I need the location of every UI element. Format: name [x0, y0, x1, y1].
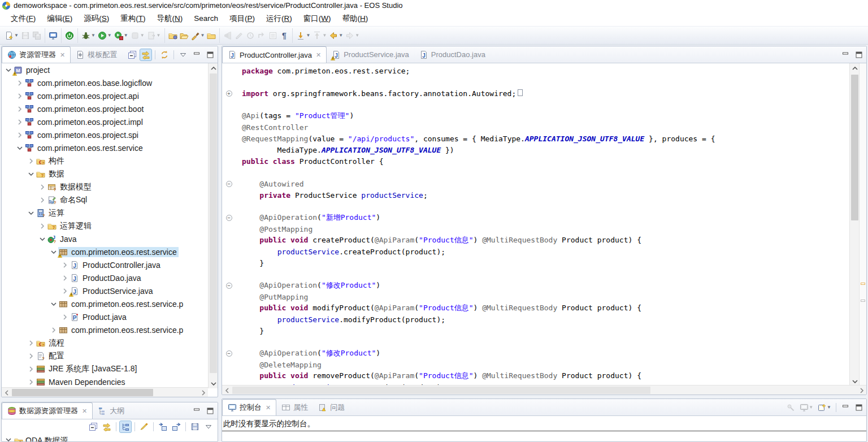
remote-console-button[interactable] — [47, 30, 59, 41]
tree-item[interactable]: JProductService.java — [2, 284, 218, 297]
chevron-down-icon[interactable] — [15, 144, 24, 153]
tree-item[interactable]: JProductDao.java — [2, 271, 218, 284]
dropdown-arrow-icon[interactable]: ▼ — [157, 33, 161, 38]
fold-collapse-icon[interactable]: − — [226, 215, 232, 221]
chevron-right-icon[interactable] — [38, 222, 47, 231]
menu-Search[interactable]: Search — [188, 12, 224, 24]
refresh-button[interactable] — [159, 49, 170, 60]
explorer-tab-模板配置[interactable]: 模板配置 — [71, 46, 122, 63]
chevron-right-icon[interactable] — [15, 79, 24, 88]
fold-marker[interactable]: − — [222, 215, 236, 221]
dropdown-arrow-icon[interactable]: ▼ — [809, 405, 813, 410]
tree-mode-button[interactable] — [120, 421, 131, 432]
dropdown-arrow-icon[interactable]: ▼ — [306, 33, 310, 38]
tree-item[interactable]: com.primeton.eos.rest.service — [2, 245, 218, 258]
maximize-button[interactable] — [205, 49, 216, 60]
editor-tab-ProductService.java[interactable]: JProductService.java — [327, 46, 414, 63]
fold-marker[interactable]: − — [222, 283, 236, 289]
tree-item[interactable]: Sµ?命名Sql — [2, 193, 218, 206]
fold-collapse-icon[interactable]: − — [226, 181, 232, 187]
tree-item[interactable]: €?构件 — [2, 154, 218, 167]
scroll-right-button[interactable] — [198, 388, 208, 397]
close-icon[interactable]: ✕ — [316, 51, 321, 59]
tree-item[interactable]: com.primeton.eos.project.spi — [2, 128, 218, 141]
tree-item[interactable]: €?流程 — [2, 336, 218, 349]
scrollbar-thumb[interactable] — [232, 387, 650, 394]
chevron-right-icon[interactable] — [60, 313, 70, 322]
fold-marker[interactable]: + — [222, 90, 236, 97]
new-wizard-button[interactable]: ▼ — [3, 30, 20, 41]
chevron-down-icon[interactable] — [27, 209, 36, 218]
chevron-right-icon[interactable] — [38, 183, 47, 192]
chevron-right-icon[interactable] — [60, 274, 70, 283]
datasource-tree[interactable]: ?ODA 数据源 — [2, 434, 218, 442]
dropdown-arrow-icon[interactable]: ▼ — [107, 33, 112, 38]
close-icon[interactable]: ✕ — [82, 408, 87, 415]
power-button[interactable] — [64, 30, 75, 41]
view-menu-button[interactable] — [177, 49, 189, 60]
run-button[interactable]: ▼ — [97, 30, 113, 41]
export-button[interactable] — [171, 421, 182, 432]
tree-item[interactable]: J?Java — [2, 232, 218, 245]
new-console-button[interactable]: ▼ — [817, 402, 832, 413]
tree-item[interactable]: com.primeton.eos.rest.service.p — [2, 297, 218, 310]
scroll-right-button[interactable] — [857, 385, 866, 395]
last-edit-down-button[interactable]: ▼ — [295, 30, 311, 41]
tree-item[interactable]: ?数据模型 — [2, 180, 218, 193]
scroll-down-button[interactable] — [209, 379, 218, 388]
editor-tab-ProductDao.java[interactable]: JProductDao.java — [414, 46, 491, 63]
overview-warning-marker[interactable] — [861, 283, 865, 285]
dropdown-arrow-icon[interactable]: ▼ — [124, 33, 128, 38]
menu-项目[interactable]: 项目(P) — [224, 12, 261, 25]
fold-expand-icon[interactable]: + — [226, 90, 232, 97]
menu-源码[interactable]: 源码(S) — [78, 12, 115, 25]
dropdown-arrow-icon[interactable]: ▼ — [91, 33, 96, 38]
chevron-down-icon[interactable] — [49, 248, 58, 257]
datasource-tab-大纲[interactable]: 大纲 — [93, 402, 129, 419]
chevron-right-icon[interactable] — [15, 131, 24, 140]
menu-运行[interactable]: 运行(R) — [261, 12, 298, 25]
close-icon[interactable]: ✕ — [60, 51, 65, 59]
tree-item[interactable]: com.primeton.eos.project.impl — [2, 115, 218, 128]
link-editor-button[interactable] — [140, 49, 151, 60]
scrollbar-thumb[interactable] — [210, 73, 217, 373]
scroll-left-button[interactable] — [222, 385, 232, 395]
chevron-right-icon[interactable] — [60, 261, 70, 270]
chevron-right-icon[interactable] — [49, 326, 58, 335]
fold-collapse-icon[interactable]: − — [226, 350, 232, 357]
dropdown-arrow-icon[interactable]: ▼ — [140, 33, 145, 38]
chevron-down-icon[interactable] — [27, 170, 36, 179]
datasource-tab-数据源资源管理器[interactable]: 数据源资源管理器✕ — [2, 402, 93, 419]
chevron-right-icon[interactable] — [15, 92, 24, 101]
menu-文件[interactable]: 文件(F) — [5, 12, 41, 25]
tree-vertical-scrollbar[interactable] — [208, 63, 218, 388]
maximize-button[interactable] — [205, 405, 216, 417]
dropdown-arrow-icon[interactable]: ▼ — [827, 405, 831, 410]
tree-item[interactable]: Mproject — [2, 63, 218, 76]
dropdown-arrow-icon[interactable]: ▼ — [355, 33, 359, 38]
menu-帮助[interactable]: 帮助(H) — [337, 12, 374, 25]
maximize-button[interactable] — [853, 402, 865, 413]
maximize-button[interactable] — [853, 49, 865, 60]
dropdown-arrow-icon[interactable]: ▼ — [201, 33, 205, 38]
console-tab-属性[interactable]: 属性 — [276, 399, 313, 415]
chevron-right-icon[interactable] — [38, 196, 47, 205]
chevron-down-icon[interactable] — [4, 66, 13, 75]
chevron-down-icon[interactable] — [38, 235, 47, 244]
tree-item[interactable]: ?运算 — [2, 206, 218, 219]
import-button[interactable] — [157, 421, 168, 432]
chevron-right-icon[interactable] — [15, 105, 24, 114]
brush-button[interactable]: ▼ — [190, 30, 206, 41]
minimize-button[interactable] — [191, 405, 202, 417]
code-editor[interactable]: package com.primeton.eos.rest.service;+i… — [222, 63, 849, 386]
fold-collapse-icon[interactable]: − — [226, 283, 232, 289]
editor-vertical-scrollbar[interactable] — [849, 63, 859, 386]
menu-导航[interactable]: 导航(N) — [151, 12, 189, 25]
chevron-right-icon[interactable] — [15, 118, 24, 127]
scroll-left-button[interactable] — [2, 388, 11, 397]
debug-button[interactable]: ▼ — [80, 30, 97, 41]
coverage-button[interactable]: ▼ — [113, 30, 129, 41]
collapse-all-button[interactable] — [127, 49, 138, 60]
scrollbar-thumb[interactable] — [851, 75, 858, 220]
connect-button[interactable] — [138, 421, 150, 432]
